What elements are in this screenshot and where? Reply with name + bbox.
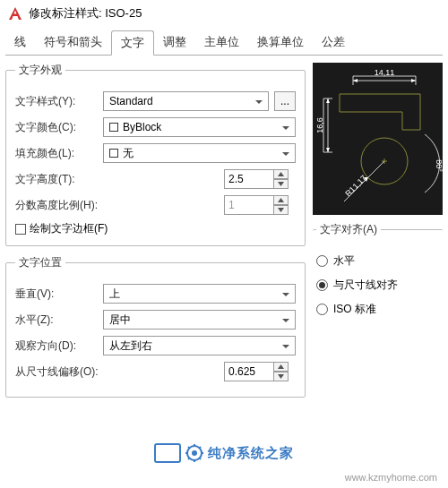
gear-icon (185, 443, 204, 463)
horizontal-label: 水平(Z): (15, 312, 98, 328)
tab-fit[interactable]: 调整 (154, 30, 195, 55)
svg-line-13 (199, 458, 201, 459)
text-position-group: 文字位置 垂直(V): 上 水平(Z): 居中 观察方向(D): 从左到右 从尺… (5, 255, 306, 398)
color-swatch-icon (109, 123, 118, 132)
text-style-select[interactable]: Standard (103, 91, 269, 111)
fraction-height-spinner[interactable] (224, 195, 296, 215)
spin-up-button[interactable] (274, 169, 289, 179)
dim-text: R11,17 (343, 174, 368, 199)
vertical-label: 垂直(V): (15, 287, 98, 302)
text-height-input[interactable] (224, 169, 274, 189)
spin-down-button[interactable] (274, 179, 289, 189)
title-bar: 修改标注样式: ISO-25 (0, 0, 448, 27)
tab-primary-units[interactable]: 主单位 (195, 30, 248, 55)
view-direction-label: 观察方向(D): (15, 338, 98, 354)
dim-text: 80° (435, 159, 443, 172)
text-style-label: 文字样式(Y): (15, 94, 98, 109)
autocad-logo-icon (7, 5, 23, 21)
svg-line-15 (199, 447, 201, 449)
text-alignment-group: 文字对齐(A) 水平 与尺寸线对齐 ISO 标准 (313, 222, 443, 333)
text-appearance-group: 文字外观 文字样式(Y): Standard ... 文字颜色(C): ByBl… (5, 63, 306, 246)
svg-point-7 (192, 450, 197, 456)
offset-spinner[interactable] (224, 362, 296, 381)
svg-line-12 (188, 447, 190, 449)
align-iso-radio[interactable]: ISO 标准 (316, 302, 439, 317)
tab-text[interactable]: 文字 (111, 30, 154, 56)
tab-line[interactable]: 线 (5, 30, 35, 55)
text-color-label: 文字颜色(C): (15, 120, 98, 135)
radio-label: ISO 标准 (333, 302, 376, 317)
position-legend: 文字位置 (15, 255, 65, 270)
horizontal-select[interactable]: 居中 (103, 310, 296, 330)
appearance-legend: 文字外观 (15, 63, 65, 78)
brand-text: 纯净系统之家 (208, 445, 294, 462)
alignment-legend: 文字对齐(A) (316, 222, 381, 237)
draw-text-frame-checkbox[interactable]: 绘制文字边框(F) (15, 221, 296, 236)
fill-color-label: 填充颜色(L): (15, 146, 98, 161)
offset-label: 从尺寸线偏移(O): (15, 364, 114, 380)
text-height-spinner[interactable] (224, 169, 296, 189)
spin-down-button[interactable] (274, 372, 289, 381)
svg-line-14 (188, 458, 190, 459)
spin-up-button[interactable] (274, 195, 289, 205)
tab-symbols[interactable]: 符号和箭头 (35, 30, 111, 55)
dim-text: 14,11 (375, 68, 395, 77)
radio-label: 水平 (333, 253, 355, 269)
offset-input[interactable] (224, 362, 274, 381)
fill-color-select[interactable]: 无 (103, 143, 296, 163)
footer-branding: 纯净系统之家 (0, 443, 448, 463)
color-swatch-icon (109, 149, 118, 158)
dimension-preview: 14,11 16,6 R11,17 80° (313, 63, 443, 215)
radio-label: 与尺寸线对齐 (333, 278, 398, 293)
radio-icon (316, 279, 328, 291)
tab-alternate-units[interactable]: 换算单位 (248, 30, 313, 55)
fraction-height-input[interactable] (224, 195, 274, 215)
view-direction-select[interactable]: 从左到右 (103, 336, 296, 355)
checkbox-icon (15, 224, 26, 235)
radio-icon (316, 304, 328, 315)
text-style-browse-button[interactable]: ... (274, 91, 296, 111)
tab-tolerances[interactable]: 公差 (313, 30, 354, 55)
text-color-select[interactable]: ByBlock (103, 117, 296, 137)
checkbox-label: 绘制文字边框(F) (30, 221, 108, 236)
window-title: 修改标注样式: ISO-25 (29, 5, 142, 21)
tab-bar: 线 符号和箭头 文字 调整 主单位 换算单位 公差 (5, 30, 443, 56)
radio-icon (316, 255, 328, 267)
text-height-label: 文字高度(T): (15, 172, 98, 187)
dim-text: 16,6 (315, 117, 324, 133)
watermark: www.kzmyhome.com (345, 472, 437, 483)
spin-up-button[interactable] (274, 362, 289, 372)
checkbox-decorative-icon (154, 443, 181, 463)
fraction-height-label: 分数高度比例(H): (15, 198, 114, 213)
vertical-select[interactable]: 上 (103, 284, 296, 304)
align-with-dim-line-radio[interactable]: 与尺寸线对齐 (316, 278, 439, 293)
spin-down-button[interactable] (274, 205, 289, 215)
align-horizontal-radio[interactable]: 水平 (316, 253, 439, 269)
